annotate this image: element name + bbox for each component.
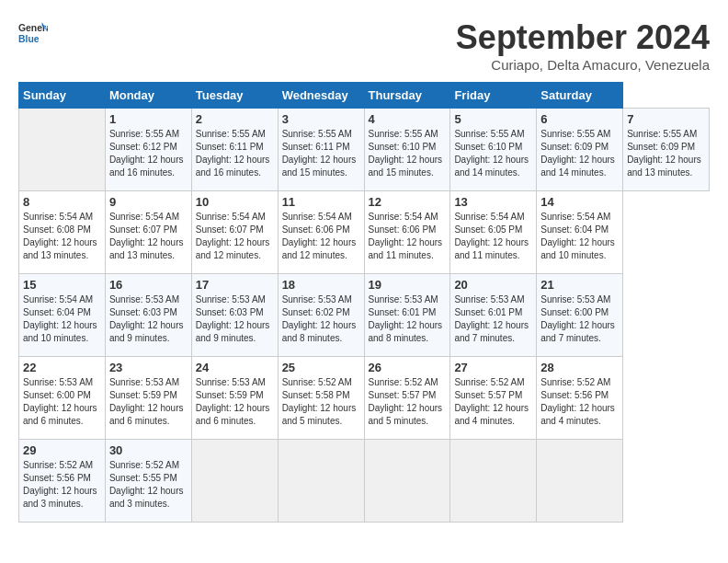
calendar-cell: 3 Sunrise: 5:55 AMSunset: 6:11 PMDayligh… xyxy=(278,109,364,191)
cell-info: Sunrise: 5:54 AMSunset: 6:04 PMDaylight:… xyxy=(540,212,615,260)
day-number: 14 xyxy=(540,195,619,209)
calendar-cell: 25 Sunrise: 5:52 AMSunset: 5:58 PMDaylig… xyxy=(278,357,364,440)
week-row-2: 8 Sunrise: 5:54 AMSunset: 6:08 PMDayligh… xyxy=(19,191,710,274)
calendar-cell: 9 Sunrise: 5:54 AMSunset: 6:07 PMDayligh… xyxy=(105,191,191,274)
cell-info: Sunrise: 5:52 AMSunset: 5:57 PMDaylight:… xyxy=(369,377,443,426)
cell-info: Sunrise: 5:54 AMSunset: 6:06 PMDaylight:… xyxy=(282,212,357,260)
cell-info: Sunrise: 5:53 AMSunset: 6:01 PMDaylight:… xyxy=(454,294,529,343)
cell-info: Sunrise: 5:52 AMSunset: 5:55 PMDaylight:… xyxy=(109,460,184,509)
cell-info: Sunrise: 5:55 AMSunset: 6:09 PMDaylight:… xyxy=(540,129,615,178)
day-number: 20 xyxy=(454,278,532,292)
month-title: September 2024 xyxy=(456,18,710,57)
cell-info: Sunrise: 5:55 AMSunset: 6:10 PMDaylight:… xyxy=(454,129,529,178)
cell-info: Sunrise: 5:54 AMSunset: 6:04 PMDaylight:… xyxy=(23,294,97,343)
calendar-cell xyxy=(191,440,278,523)
cell-info: Sunrise: 5:52 AMSunset: 5:58 PMDaylight:… xyxy=(282,377,357,426)
week-row-5: 29 Sunrise: 5:52 AMSunset: 5:56 PMDaylig… xyxy=(19,440,710,523)
day-number: 22 xyxy=(23,361,101,374)
cell-info: Sunrise: 5:54 AMSunset: 6:07 PMDaylight:… xyxy=(196,212,270,260)
calendar-cell: 15 Sunrise: 5:54 AMSunset: 6:04 PMDaylig… xyxy=(19,274,106,357)
cell-info: Sunrise: 5:55 AMSunset: 6:09 PMDaylight:… xyxy=(627,129,701,178)
day-number: 8 xyxy=(23,195,101,209)
page-header: General Blue September 2024 Curiapo, Del… xyxy=(18,18,710,73)
day-number: 25 xyxy=(282,361,360,374)
day-number: 24 xyxy=(196,361,274,374)
week-row-1: 1 Sunrise: 5:55 AMSunset: 6:12 PMDayligh… xyxy=(19,109,710,191)
header-monday: Monday xyxy=(105,83,191,109)
day-number: 30 xyxy=(109,443,188,457)
day-number: 21 xyxy=(540,278,619,292)
logo-icon: General Blue xyxy=(18,18,48,48)
cell-info: Sunrise: 5:53 AMSunset: 6:03 PMDaylight:… xyxy=(109,294,184,343)
title-block: September 2024 Curiapo, Delta Amacuro, V… xyxy=(456,18,710,73)
cell-info: Sunrise: 5:54 AMSunset: 6:05 PMDaylight:… xyxy=(454,212,529,260)
calendar-cell: 10 Sunrise: 5:54 AMSunset: 6:07 PMDaylig… xyxy=(191,191,278,274)
calendar-cell: 26 Sunrise: 5:52 AMSunset: 5:57 PMDaylig… xyxy=(364,357,450,440)
calendar-cell: 14 Sunrise: 5:54 AMSunset: 6:04 PMDaylig… xyxy=(537,191,623,274)
calendar-cell: 4 Sunrise: 5:55 AMSunset: 6:10 PMDayligh… xyxy=(364,109,450,191)
day-number: 18 xyxy=(282,278,360,292)
cell-info: Sunrise: 5:53 AMSunset: 6:01 PMDaylight:… xyxy=(369,294,443,343)
day-number: 16 xyxy=(109,278,188,292)
calendar-cell: 18 Sunrise: 5:53 AMSunset: 6:02 PMDaylig… xyxy=(278,274,364,357)
cell-info: Sunrise: 5:53 AMSunset: 5:59 PMDaylight:… xyxy=(109,377,184,426)
day-number: 10 xyxy=(196,195,274,209)
calendar-cell xyxy=(364,440,450,523)
cell-info: Sunrise: 5:53 AMSunset: 6:00 PMDaylight:… xyxy=(23,377,97,426)
day-number: 19 xyxy=(369,278,447,292)
day-number: 9 xyxy=(109,195,188,209)
cell-info: Sunrise: 5:52 AMSunset: 5:56 PMDaylight:… xyxy=(540,377,615,426)
day-number: 15 xyxy=(23,278,101,292)
day-number: 26 xyxy=(369,361,447,374)
day-number: 27 xyxy=(454,361,532,374)
svg-text:Blue: Blue xyxy=(18,34,40,44)
cell-info: Sunrise: 5:55 AMSunset: 6:12 PMDaylight:… xyxy=(109,129,184,178)
cell-info: Sunrise: 5:52 AMSunset: 5:57 PMDaylight:… xyxy=(454,377,529,426)
calendar-cell: 20 Sunrise: 5:53 AMSunset: 6:01 PMDaylig… xyxy=(450,274,537,357)
day-number: 29 xyxy=(23,443,101,457)
day-number: 7 xyxy=(627,112,705,126)
calendar-cell: 27 Sunrise: 5:52 AMSunset: 5:57 PMDaylig… xyxy=(450,357,537,440)
calendar-cell: 24 Sunrise: 5:53 AMSunset: 5:59 PMDaylig… xyxy=(191,357,278,440)
calendar-cell: 21 Sunrise: 5:53 AMSunset: 6:00 PMDaylig… xyxy=(537,274,623,357)
logo: General Blue xyxy=(18,18,48,48)
day-number: 1 xyxy=(109,112,188,126)
cell-info: Sunrise: 5:54 AMSunset: 6:08 PMDaylight:… xyxy=(23,212,97,260)
calendar-cell: 5 Sunrise: 5:55 AMSunset: 6:10 PMDayligh… xyxy=(450,109,537,191)
cell-info: Sunrise: 5:53 AMSunset: 5:59 PMDaylight:… xyxy=(196,377,270,426)
cell-info: Sunrise: 5:53 AMSunset: 6:02 PMDaylight:… xyxy=(282,294,357,343)
calendar-cell: 19 Sunrise: 5:53 AMSunset: 6:01 PMDaylig… xyxy=(364,274,450,357)
header-row: SundayMondayTuesdayWednesdayThursdayFrid… xyxy=(19,83,710,109)
day-number: 2 xyxy=(196,112,274,126)
cell-info: Sunrise: 5:53 AMSunset: 6:03 PMDaylight:… xyxy=(196,294,270,343)
calendar-cell: 13 Sunrise: 5:54 AMSunset: 6:05 PMDaylig… xyxy=(450,191,537,274)
calendar-cell: 29 Sunrise: 5:52 AMSunset: 5:56 PMDaylig… xyxy=(19,440,106,523)
cell-info: Sunrise: 5:55 AMSunset: 6:11 PMDaylight:… xyxy=(196,129,270,178)
calendar-cell xyxy=(19,109,106,191)
calendar-cell: 1 Sunrise: 5:55 AMSunset: 6:12 PMDayligh… xyxy=(105,109,191,191)
location-subtitle: Curiapo, Delta Amacuro, Venezuela xyxy=(456,57,710,73)
header-wednesday: Wednesday xyxy=(278,83,364,109)
calendar-cell xyxy=(278,440,364,523)
calendar-cell: 28 Sunrise: 5:52 AMSunset: 5:56 PMDaylig… xyxy=(537,357,623,440)
header-sunday: Sunday xyxy=(19,83,106,109)
day-number: 3 xyxy=(282,112,360,126)
header-friday: Friday xyxy=(450,83,537,109)
day-number: 5 xyxy=(454,112,532,126)
day-number: 4 xyxy=(369,112,447,126)
calendar-cell xyxy=(450,440,537,523)
calendar-table: SundayMondayTuesdayWednesdayThursdayFrid… xyxy=(18,82,710,523)
calendar-cell: 16 Sunrise: 5:53 AMSunset: 6:03 PMDaylig… xyxy=(105,274,191,357)
day-number: 12 xyxy=(369,195,447,209)
day-number: 17 xyxy=(196,278,274,292)
day-number: 13 xyxy=(454,195,532,209)
cell-info: Sunrise: 5:55 AMSunset: 6:11 PMDaylight:… xyxy=(282,129,357,178)
calendar-cell: 6 Sunrise: 5:55 AMSunset: 6:09 PMDayligh… xyxy=(537,109,623,191)
cell-info: Sunrise: 5:52 AMSunset: 5:56 PMDaylight:… xyxy=(23,460,97,509)
day-number: 11 xyxy=(282,195,360,209)
day-number: 6 xyxy=(540,112,619,126)
day-number: 23 xyxy=(109,361,188,374)
calendar-cell: 17 Sunrise: 5:53 AMSunset: 6:03 PMDaylig… xyxy=(191,274,278,357)
week-row-4: 22 Sunrise: 5:53 AMSunset: 6:00 PMDaylig… xyxy=(19,357,710,440)
calendar-cell: 22 Sunrise: 5:53 AMSunset: 6:00 PMDaylig… xyxy=(19,357,106,440)
